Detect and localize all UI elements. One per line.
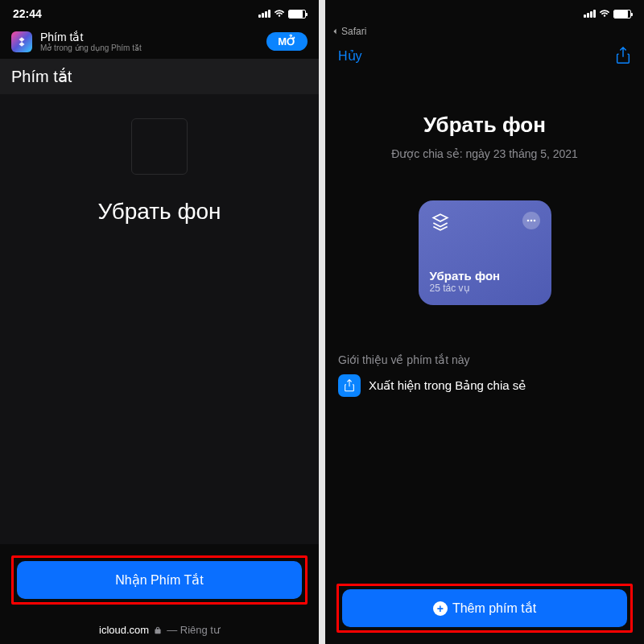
svg-point-1 (530, 220, 532, 222)
add-button-label: Thêm phím tắt (452, 601, 536, 616)
add-shortcut-button[interactable]: + Thêm phím tắt (342, 589, 627, 627)
time: 22:44 (13, 7, 42, 20)
nav-row: Hủy (325, 39, 644, 72)
receive-shortcut-button[interactable]: Nhận Phím Tắt (17, 561, 302, 599)
app-banner: Phím tắt Mở trong ứng dụng Phím tắt MỞ (0, 24, 319, 59)
share-sheet-row: Xuất hiện trong Bảng chia sẻ (338, 374, 631, 397)
shortcut-title: Убрать фон (423, 113, 546, 138)
address-bar[interactable]: icloud.com — Riêng tư (0, 616, 319, 644)
shortcuts-app-icon (11, 31, 32, 52)
info-section: Giới thiệu về phím tắt này Xuất hiện tro… (325, 353, 644, 397)
more-button[interactable] (522, 212, 540, 229)
cancel-button[interactable]: Hủy (338, 48, 362, 64)
page-header: Phím tắt (0, 59, 319, 94)
status-indicators (258, 10, 306, 19)
banner-subtitle: Mở trong ứng dụng Phím tắt (40, 43, 258, 52)
lock-icon (154, 626, 162, 634)
svg-point-0 (526, 220, 529, 222)
bottom-area: Nhận Phím Tắt (0, 544, 319, 616)
info-header: Giới thiệu về phím tắt này (338, 353, 631, 366)
back-to-app-row[interactable]: Safari (325, 24, 644, 39)
status-indicators (584, 10, 631, 19)
svg-point-2 (533, 220, 535, 222)
phone-left: 22:44 Phím tắt Mở trong ứng dụng Phím tắ… (0, 0, 319, 644)
domain-text: icloud.com (99, 624, 149, 636)
main-content: Убрать фон (0, 94, 319, 544)
bottom-area: + Thêm phím tắt (325, 572, 644, 644)
phone-right: Safari Hủy Убрать фон Được chia sẻ: ngày… (325, 0, 644, 644)
share-sheet-icon (338, 374, 361, 397)
chevron-left-icon (332, 28, 338, 35)
highlight-annotation: + Thêm phím tắt (336, 584, 633, 633)
status-bar (325, 0, 644, 24)
shortcut-preview-placeholder (131, 118, 188, 175)
back-app-label: Safari (341, 26, 366, 37)
layers-icon (430, 212, 451, 233)
open-button[interactable]: MỞ (266, 32, 308, 51)
shared-date: Được chia sẻ: ngày 23 tháng 5, 2021 (391, 147, 578, 160)
card-title: Убрать фон (430, 269, 540, 283)
signal-icon (584, 10, 596, 18)
card-task-count: 25 tác vụ (430, 283, 540, 294)
wifi-icon (274, 10, 285, 18)
battery-icon (288, 10, 306, 19)
share-icon[interactable] (615, 47, 631, 64)
share-sheet-label: Xuất hiện trong Bảng chia sẻ (369, 378, 526, 393)
banner-title: Phím tắt (40, 31, 258, 43)
main-content: Убрать фон Được chia sẻ: ngày 23 tháng 5… (325, 72, 644, 572)
banner-text: Phím tắt Mở trong ứng dụng Phím tắt (40, 31, 258, 52)
battery-icon (613, 10, 631, 19)
signal-icon (258, 10, 270, 18)
highlight-annotation: Nhận Phím Tắt (11, 555, 308, 605)
wifi-icon (599, 10, 610, 18)
status-bar: 22:44 (0, 0, 319, 24)
shortcut-title: Убрать фон (97, 199, 221, 225)
plus-icon: + (433, 601, 448, 616)
privacy-text: — Riêng tư (167, 624, 220, 636)
shortcut-card[interactable]: Убрать фон 25 tác vụ (419, 200, 551, 305)
